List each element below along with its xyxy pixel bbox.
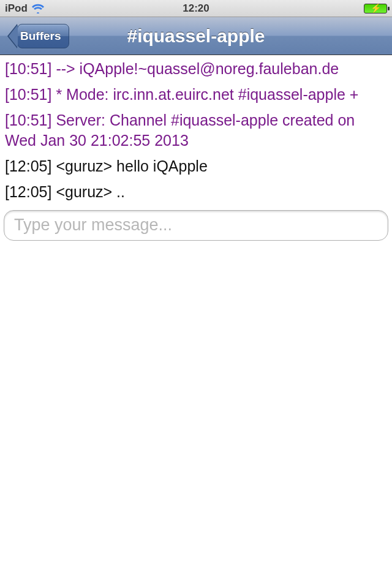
message-line: [10:51] --> iQApple!~quassel@noreg.faule… [5, 59, 387, 80]
back-button-label: Buffers [20, 29, 61, 43]
status-left: iPod [5, 2, 45, 15]
status-right: ⚡ [364, 4, 387, 13]
message-line: [12:05] <guruz> .. [5, 182, 387, 203]
message-list[interactable]: [10:51] --> iQApple!~quassel@noreg.faule… [0, 55, 392, 203]
battery-icon: ⚡ [364, 4, 387, 13]
wifi-icon [31, 4, 45, 13]
channel-title: #iquassel-apple [127, 26, 265, 47]
back-button-wrap[interactable]: Buffers [17, 24, 69, 48]
message-line: [12:05] <guruz> hello iQApple [5, 156, 387, 177]
status-time: 12:20 [183, 2, 209, 15]
buffers-back-button[interactable]: Buffers [17, 24, 69, 48]
message-input[interactable] [4, 210, 388, 241]
nav-bar: Buffers #iquassel-apple [0, 17, 392, 55]
status-bar: iPod 12:20 ⚡ [0, 0, 392, 17]
carrier-label: iPod [5, 2, 28, 15]
message-line: [10:51] Server: Channel #iquassel-apple … [5, 110, 387, 152]
message-input-wrap [0, 208, 392, 243]
message-line: [10:51] * Mode: irc.inn.at.euirc.net #iq… [5, 85, 387, 105]
